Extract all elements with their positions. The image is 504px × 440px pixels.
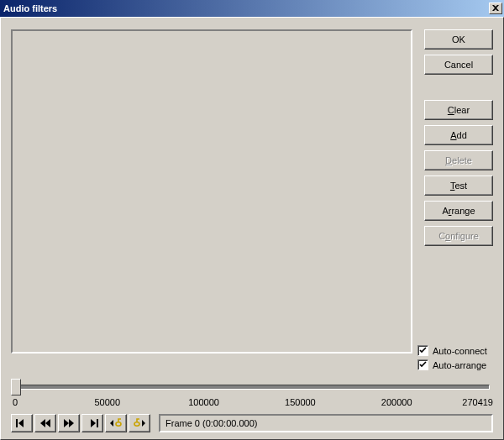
- window-title: Audio filters: [3, 3, 489, 13]
- checkbox-icon: [417, 345, 428, 356]
- tick-label: 200000: [381, 397, 412, 407]
- clear-button-label: Clear: [448, 105, 470, 115]
- configure-button-label: Configure: [438, 231, 479, 241]
- add-button-label: Add: [450, 130, 467, 140]
- svg-marker-10: [142, 420, 145, 427]
- go-end-button[interactable]: [81, 414, 103, 432]
- svg-marker-1: [18, 419, 24, 427]
- tick-label: 150000: [285, 397, 316, 407]
- auto-arrange-label: Auto-arrange: [433, 360, 486, 370]
- arrange-button-label: Arrange: [442, 206, 475, 216]
- transport-controls: [11, 414, 150, 432]
- auto-connect-label: Auto-connect: [433, 346, 487, 356]
- key-prev-button[interactable]: [105, 414, 127, 432]
- timeline-slider[interactable]: [11, 379, 493, 395]
- tick-label: 50000: [95, 397, 121, 407]
- title-bar: Audio filters: [0, 0, 504, 17]
- svg-point-9: [116, 422, 121, 426]
- arrange-button[interactable]: Arrange: [424, 201, 493, 221]
- dialog-body: OK Cancel Clear Add Delete Test Arrange …: [0, 17, 504, 440]
- checkbox-icon: [417, 359, 428, 370]
- delete-button-label: Delete: [445, 155, 472, 165]
- cancel-button[interactable]: Cancel: [424, 55, 493, 75]
- checkbox-group: Auto-connect Auto-arrange: [417, 345, 493, 370]
- svg-marker-2: [40, 419, 45, 427]
- slider-thumb[interactable]: [11, 379, 21, 395]
- svg-point-11: [134, 422, 139, 426]
- go-start-button[interactable]: [11, 414, 33, 432]
- slider-track: [14, 385, 490, 390]
- timeline-ticks: 0 50000 100000 150000 200000 270419: [11, 397, 493, 409]
- svg-rect-7: [97, 419, 98, 427]
- clear-button[interactable]: Clear: [424, 100, 493, 120]
- frame-readout-text: Frame 0 (0:00:00.000): [165, 418, 257, 428]
- test-button[interactable]: Test: [424, 175, 493, 196]
- button-column: OK Cancel Clear Add Delete Test Arrange …: [424, 29, 493, 246]
- tick-label: 270419: [462, 397, 493, 407]
- auto-connect-check[interactable]: Auto-connect: [417, 345, 493, 356]
- tick-label: 0: [13, 397, 18, 407]
- svg-marker-3: [45, 419, 50, 427]
- ok-button[interactable]: OK: [424, 29, 493, 50]
- cancel-button-label: Cancel: [444, 60, 473, 70]
- ok-button-label: OK: [452, 34, 465, 45]
- tick-label: 100000: [188, 397, 219, 407]
- close-button[interactable]: [489, 3, 502, 14]
- svg-marker-6: [91, 419, 96, 427]
- svg-marker-4: [64, 419, 69, 427]
- key-next-button[interactable]: [129, 414, 150, 432]
- svg-rect-0: [16, 419, 18, 427]
- step-back-button[interactable]: [34, 414, 56, 432]
- svg-marker-5: [69, 419, 74, 427]
- auto-arrange-check[interactable]: Auto-arrange: [417, 359, 493, 370]
- step-forward-button[interactable]: [58, 414, 80, 432]
- filter-graph-canvas[interactable]: [11, 29, 412, 354]
- frame-readout: Frame 0 (0:00:00.000): [159, 414, 493, 432]
- delete-button[interactable]: Delete: [424, 150, 493, 170]
- test-button-label: Test: [450, 181, 467, 191]
- configure-button[interactable]: Configure: [424, 226, 493, 246]
- svg-marker-8: [110, 420, 113, 427]
- add-button[interactable]: Add: [424, 125, 493, 145]
